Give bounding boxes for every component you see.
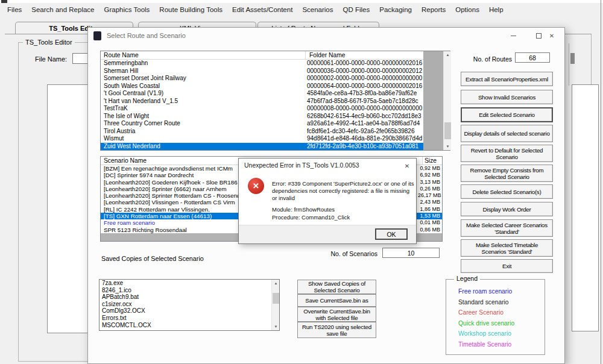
route-row[interactable]: 't Hart van Nederland V_1.547b6f7ad-85b8… bbox=[101, 98, 423, 105]
error-message: Error: #339 Component 'SuperPicture2.ocx… bbox=[272, 180, 415, 202]
route-row[interactable]: Semmeringbahn00000061-0000-0000-0000-000… bbox=[101, 60, 423, 67]
size-cell: 0,01 MB bbox=[418, 219, 442, 226]
column-header-size[interactable]: Size bbox=[423, 157, 442, 165]
list-item[interactable]: 7za.exe bbox=[99, 280, 279, 287]
route-name-cell: South Wales Coastal bbox=[101, 83, 303, 90]
no-of-scenarios-value[interactable] bbox=[382, 248, 440, 258]
edit-selected-scenario-button[interactable]: Edit Selected Scenario bbox=[461, 107, 553, 122]
list-item[interactable]: c1sizer.ocx bbox=[99, 301, 279, 308]
error-dialog-title: Unexpected Error in TS_Tools V1.0.0053 bbox=[244, 162, 359, 169]
column-header-route-name[interactable]: Route Name bbox=[101, 51, 306, 59]
list-item[interactable]: ComDlg32.OCX bbox=[99, 307, 279, 315]
error-icon: ✕ bbox=[248, 178, 264, 194]
size-cell: 3,13 MB bbox=[418, 179, 442, 186]
size-cell: 6,92 MB bbox=[418, 172, 442, 178]
scrollbar-thumb[interactable] bbox=[273, 293, 279, 304]
dialog-titlebar[interactable]: Select Route and Scenario ✕ bbox=[88, 28, 564, 44]
route-name-cell: Semmeringbahn bbox=[101, 60, 303, 67]
route-row[interactable]: Three Country Corner Routea926a61e-4992-… bbox=[101, 120, 423, 128]
saved-copies-list: 7za.exe 8246_1.ico APBatch9.bat c1sizer.… bbox=[99, 279, 280, 331]
editor-text-area-right bbox=[572, 84, 599, 331]
scrollbar-thumb[interactable] bbox=[444, 122, 451, 139]
display-details-button[interactable]: Display details of selected scenario bbox=[461, 125, 553, 142]
menu-packaging[interactable]: Packaging bbox=[374, 3, 417, 16]
no-of-routes-value[interactable] bbox=[515, 52, 550, 63]
menu-scenarios[interactable]: Scenarios bbox=[297, 3, 338, 16]
menu-reports[interactable]: Reports bbox=[417, 3, 450, 16]
route-list-header: Route Name Folder Name bbox=[101, 51, 450, 60]
menu-edit-assets-content[interactable]: Edit Assets/Content bbox=[227, 3, 297, 16]
route-row-selected[interactable]: Zuid West Nederland2fd712fd-2a9b-4e30-b1… bbox=[101, 143, 423, 151]
minimize-button[interactable] bbox=[502, 28, 525, 44]
dialog-app-icon bbox=[93, 31, 101, 40]
list-item[interactable]: 8246_1.ico bbox=[99, 287, 279, 294]
delete-selected-scenarios-button[interactable]: Delete Selected Scenario(s) bbox=[461, 184, 553, 199]
exit-button[interactable]: Exit bbox=[461, 259, 553, 273]
size-cell: 0,86 MB bbox=[418, 227, 442, 233]
folder-cell: 4584fa0e-ce8a-47b3-8f0a-ba86e79af62e bbox=[303, 90, 423, 98]
route-name-cell: TestTraK bbox=[101, 105, 303, 113]
make-timetable-standard-button[interactable]: Make Selected Timetable Scenarios 'Stand… bbox=[461, 239, 553, 257]
menu-graphics-tools[interactable]: Graphics Tools bbox=[99, 3, 155, 16]
scroll-up-icon[interactable]: ▲ bbox=[444, 51, 452, 58]
menu-search-and-replace[interactable]: Search and Replace bbox=[27, 3, 99, 16]
legend-standard: Standard scenario bbox=[446, 297, 545, 308]
close-button[interactable]: ✕ bbox=[539, 28, 564, 44]
route-row[interactable]: Somerset Dorset Joint Railway00000002-00… bbox=[101, 75, 423, 83]
column-header-folder-name[interactable]: Folder Name bbox=[306, 51, 423, 59]
folder-cell: 00000064-0000-0000-0000-000000002016 bbox=[303, 83, 423, 90]
route-row[interactable]: Wismut94d8641d-e848-46da-881e-290b38667d… bbox=[101, 135, 423, 143]
route-name-cell: Zuid West Nederland bbox=[101, 143, 303, 151]
revert-to-default-button[interactable]: Revert to Default for Selected Scenario bbox=[461, 145, 553, 162]
editor-text-area[interactable] bbox=[47, 84, 88, 333]
legend-quick-drive: Quick drive scenario bbox=[446, 318, 545, 329]
size-cell: 0,92 MB bbox=[418, 165, 442, 172]
route-row[interactable]: South Wales Coastal00000064-0000-0000-00… bbox=[101, 83, 423, 90]
groupbox-title: TS_Tools Editor bbox=[23, 39, 75, 46]
close-icon: ✕ bbox=[549, 33, 554, 39]
folder-cell: 2fd712fd-2a9b-4e30-b10c-a93b7051a081 bbox=[303, 143, 423, 151]
route-row[interactable]: Tirol Austriafc8df6e1-dc30-4efc-92a6-2fe… bbox=[101, 128, 423, 136]
overwrite-currentsave-button[interactable]: Overwrite CurrentSave.bin with Selected … bbox=[297, 307, 376, 322]
show-saved-copies-button[interactable]: Show Saved Copies of Selected Scenario bbox=[297, 280, 376, 294]
route-row[interactable]: Sherman Hill00000036-0000-0000-0000-0000… bbox=[101, 67, 423, 75]
route-name-cell: Three Country Corner Route bbox=[101, 120, 303, 128]
menu-qd-files[interactable]: QD Files bbox=[338, 3, 375, 16]
scroll-down-icon[interactable]: ▼ bbox=[444, 143, 452, 150]
scroll-down-icon[interactable]: ▼ bbox=[272, 323, 280, 330]
error-dialog: Unexpected Error in TS_Tools V1.0.0053 ✕… bbox=[238, 158, 417, 244]
show-invalid-scenarios-button[interactable]: Show Invalid Scenarios bbox=[461, 90, 553, 104]
list-item[interactable]: MSCOMCTL.OCX bbox=[99, 322, 279, 329]
menu-options[interactable]: Options bbox=[450, 3, 484, 16]
file-name-input[interactable] bbox=[72, 53, 88, 64]
extract-scenarioproperties-button[interactable]: Extract all ScenarioProperties.xml bbox=[461, 72, 553, 86]
error-x-icon: ✕ bbox=[253, 181, 259, 190]
remove-empty-consists-button[interactable]: Remove Empty Consists from Selected Scen… bbox=[461, 165, 553, 182]
saved-copies-label: Saved Copies of Selected Scenario bbox=[101, 255, 204, 262]
make-career-standard-button[interactable]: Make Selected Career Scenarios 'Standard… bbox=[461, 219, 553, 237]
route-row[interactable]: 't Gooi Centraal (V1.9)4584fa0e-ce8a-47b… bbox=[101, 90, 423, 98]
error-close-button[interactable]: ✕ bbox=[399, 160, 415, 172]
menu-route-building-tools[interactable]: Route Building Tools bbox=[154, 3, 227, 16]
run-ts2020-button[interactable]: Run TS2020 using selected save file bbox=[297, 322, 376, 338]
list-item[interactable]: APBatch9.bat bbox=[99, 293, 279, 301]
window-border bbox=[601, 0, 601, 364]
ok-button[interactable]: OK bbox=[375, 228, 408, 240]
file-name-label: File Name: bbox=[35, 55, 67, 63]
menu-help[interactable]: Help bbox=[484, 3, 508, 16]
scroll-up-icon[interactable]: ▲ bbox=[272, 280, 280, 287]
legend-items: Free roam scenario Standard scenario Car… bbox=[446, 280, 545, 350]
legend-workshop: Workshop scenario bbox=[446, 328, 545, 339]
route-row[interactable]: The Isle of Wight6268b042-6154-4ec9-b060… bbox=[101, 113, 423, 121]
folder-cell: 00000002-0000-0000-0000-000000000000 bbox=[303, 75, 423, 83]
route-name-cell: Wismut bbox=[101, 135, 303, 143]
display-work-order-button[interactable]: Display Work Order bbox=[461, 202, 553, 216]
route-name-cell: Tirol Austria bbox=[101, 128, 303, 136]
route-name-cell: The Isle of Wight bbox=[101, 113, 303, 121]
list-item[interactable]: Errors.txt bbox=[99, 315, 279, 322]
save-currentsave-button[interactable]: Save CurrentSave.bin as bbox=[297, 294, 376, 307]
route-list-scrollbar: ▲ ▼ bbox=[443, 51, 451, 150]
size-cell: 2,43 MB bbox=[418, 199, 442, 206]
menu-files[interactable]: Files bbox=[2, 3, 27, 16]
route-row[interactable]: TestTraK00000008-0000-0000-0000-00000000… bbox=[101, 105, 423, 113]
